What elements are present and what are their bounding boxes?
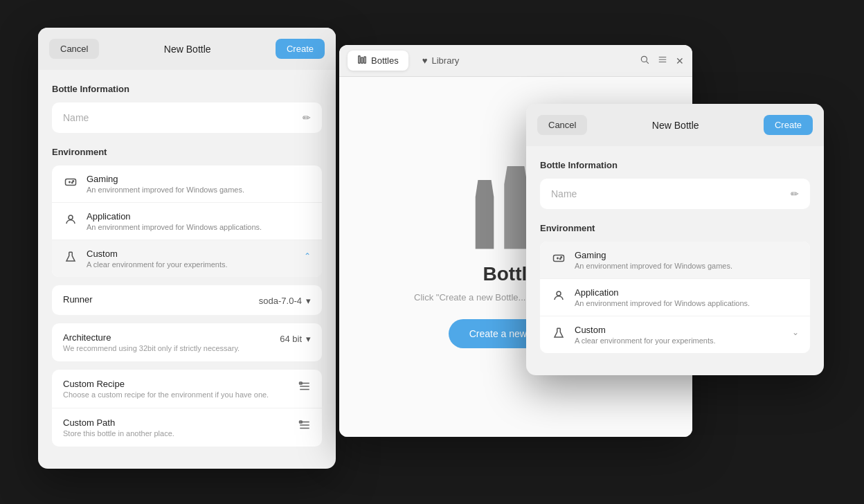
chevron-up-icon: ⌃ (304, 251, 311, 261)
right-create-button[interactable]: Create (764, 115, 813, 135)
left-custom-desc: A clear environment for your experiments… (87, 260, 228, 269)
left-name-placeholder: Name (63, 112, 89, 123)
left-path-row[interactable]: Custom Path Store this bottle in another… (52, 408, 322, 447)
left-env-custom[interactable]: Custom A clear environment for your expe… (52, 240, 322, 277)
svg-rect-8 (359, 56, 360, 64)
left-gaming-desc: An environment improved for Windows game… (87, 186, 244, 194)
right-custom-name: Custom (575, 325, 716, 335)
left-runner-label: Runner (63, 294, 93, 305)
left-env-gaming[interactable]: Gaming An environment improved for Windo… (52, 165, 322, 203)
right-gamepad-icon (551, 251, 566, 266)
heart-icon: ♥ (422, 55, 428, 66)
titlebar-actions: ✕ (640, 55, 684, 66)
svg-point-5 (69, 215, 73, 219)
left-arch-sublabel: We recommend using 32bit only if strictl… (63, 344, 240, 352)
svg-point-4 (72, 182, 73, 183)
right-env-gaming[interactable]: Gaming An environment improved for Windo… (540, 242, 810, 279)
right-gaming-desc: An environment improved for Windows game… (575, 262, 732, 270)
close-icon[interactable]: ✕ (676, 55, 684, 66)
tab-bottles-label: Bottles (371, 55, 399, 66)
menu-icon[interactable] (658, 55, 667, 66)
left-environment-box: Gaming An environment improved for Windo… (52, 165, 322, 277)
right-dialog-header: Cancel New Bottle Create (526, 104, 824, 146)
dropdown-arrow-icon: ▾ (306, 296, 311, 306)
left-application-text: Application An environment improved for … (87, 211, 262, 231)
svg-line-12 (647, 62, 649, 64)
bottle-left (471, 180, 498, 249)
left-bottle-info-title: Bottle Information (52, 84, 322, 94)
left-dialog-header: Cancel New Bottle Create (38, 28, 336, 70)
left-custom-text: Custom A clear environment for your expe… (87, 249, 228, 269)
right-application-text: Application An environment improved for … (575, 287, 750, 307)
arch-dropdown-icon: ▾ (306, 334, 311, 344)
right-dialog: Cancel New Bottle Create Bottle Informat… (526, 104, 824, 375)
right-cancel-button[interactable]: Cancel (537, 115, 587, 135)
right-gaming-name: Gaming (575, 250, 732, 260)
left-arch-label: Architecture (63, 332, 240, 343)
left-custom-name: Custom (87, 249, 228, 259)
flask-icon (63, 249, 78, 264)
chevron-down-icon: ⌄ (792, 327, 799, 337)
right-application-desc: An environment improved for Windows appl… (575, 299, 750, 307)
svg-point-3 (73, 181, 74, 182)
left-gaming-name: Gaming (87, 174, 244, 184)
titlebar: Bottles ♥ Library ✕ (339, 45, 692, 77)
app-icon (63, 212, 78, 227)
svg-rect-10 (364, 57, 366, 63)
left-dialog-body: Bottle Information Name ✏ Environment (38, 70, 336, 469)
right-env-application[interactable]: Application An environment improved for … (540, 279, 810, 316)
left-recipe-icon (298, 380, 311, 393)
svg-point-20 (560, 258, 561, 260)
right-dialog-title: New Bottle (652, 120, 699, 131)
left-path-label: Custom Path (63, 417, 174, 428)
left-application-name: Application (87, 211, 262, 222)
right-environment-box: Gaming An environment improved for Windo… (540, 242, 810, 353)
left-cancel-button[interactable]: Cancel (49, 39, 99, 59)
left-name-input-container[interactable]: Name ✏ (52, 102, 322, 133)
right-env-custom[interactable]: Custom A clear environment for your expe… (540, 316, 810, 353)
left-arch-box: Architecture We recommend using 32bit on… (52, 323, 322, 361)
right-app-icon (551, 288, 566, 303)
gamepad-icon (63, 174, 78, 190)
right-pencil-icon: ✏ (791, 188, 799, 199)
left-runner-box: Runner soda-7.0-4 ▾ (52, 285, 322, 315)
left-environment-title: Environment (52, 147, 322, 157)
right-name-input-container[interactable]: Name ✏ (540, 179, 810, 209)
tab-library-label: Library (431, 55, 459, 66)
tab-library[interactable]: ♥ Library (413, 51, 469, 70)
left-dialog-title: New Bottle (164, 44, 211, 55)
left-env-application[interactable]: Application An environment improved for … (52, 203, 322, 240)
left-extras-box: Custom Recipe Choose a custom recipe for… (52, 370, 322, 447)
right-dialog-body: Bottle Information Name ✏ Environment (526, 146, 824, 375)
left-recipe-sublabel: Choose a custom recipe for the environme… (63, 390, 269, 399)
svg-point-11 (641, 56, 647, 62)
search-icon[interactable] (640, 55, 649, 66)
right-name-placeholder: Name (551, 188, 577, 199)
left-arch-value: 64 bit ▾ (280, 334, 311, 344)
left-runner-row[interactable]: Runner soda-7.0-4 ▾ (52, 285, 322, 315)
left-path-icon (298, 419, 311, 431)
right-custom-text: Custom A clear environment for your expe… (575, 325, 716, 345)
left-application-desc: An environment improved for Windows appl… (87, 223, 262, 231)
left-create-button[interactable]: Create (276, 39, 325, 59)
left-gaming-text: Gaming An environment improved for Windo… (87, 174, 244, 194)
svg-point-19 (561, 257, 562, 258)
svg-point-21 (557, 291, 561, 296)
right-gaming-text: Gaming An environment improved for Windo… (575, 250, 732, 270)
left-path-sublabel: Store this bottle in another place. (63, 429, 174, 438)
left-dialog: Cancel New Bottle Create Bottle Informat… (38, 28, 336, 469)
left-runner-value: soda-7.0-4 ▾ (259, 296, 311, 306)
right-bottle-info-title: Bottle Information (540, 160, 810, 170)
right-flask-icon (551, 325, 566, 341)
bottles-tab-icon (357, 55, 367, 66)
left-recipe-label: Custom Recipe (63, 379, 269, 389)
right-custom-desc: A clear environment for your experiments… (575, 336, 716, 345)
svg-rect-9 (361, 57, 363, 63)
left-recipe-row[interactable]: Custom Recipe Choose a custom recipe for… (52, 370, 322, 408)
pencil-icon: ✏ (303, 112, 311, 123)
left-arch-row[interactable]: Architecture We recommend using 32bit on… (52, 323, 322, 361)
tab-bottles[interactable]: Bottles (348, 51, 408, 71)
right-application-name: Application (575, 287, 750, 298)
right-environment-title: Environment (540, 223, 810, 233)
